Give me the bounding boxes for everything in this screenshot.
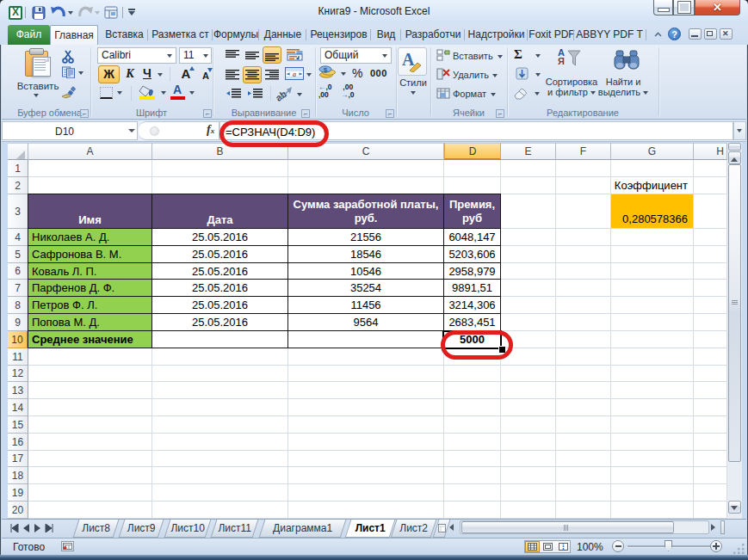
svg-text:a: a (293, 71, 296, 78)
svg-text:$: $ (324, 66, 328, 74)
